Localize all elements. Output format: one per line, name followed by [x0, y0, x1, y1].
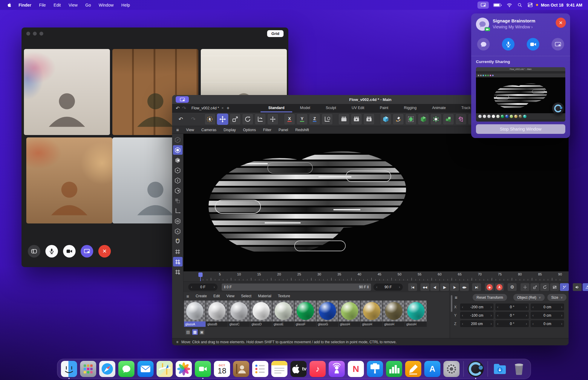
mic-button[interactable] — [502, 38, 514, 50]
document-tab[interactable]: Flow_v002.c4d * × — [192, 106, 224, 110]
screen-sharing-status-icon[interactable] — [477, 1, 489, 9]
workplane-icon[interactable] — [173, 247, 183, 256]
z-axis-lock-button[interactable]: Z — [309, 114, 320, 125]
grid-layout-button[interactable]: Grid — [267, 30, 284, 37]
dock-notes-icon[interactable] — [271, 361, 287, 377]
mograph-button[interactable] — [455, 114, 467, 125]
dock-downloads-icon[interactable] — [492, 361, 508, 377]
next-frame-button[interactable]: |▶ — [450, 283, 459, 291]
tab-standard[interactable]: Standard — [261, 104, 292, 112]
sound-button[interactable] — [573, 283, 582, 291]
dock-news-icon[interactable]: N — [348, 361, 364, 377]
new-tab-button[interactable]: + — [227, 105, 229, 111]
keyframe-selection-button[interactable] — [560, 283, 569, 291]
enable-axis-icon[interactable] — [173, 206, 183, 216]
primitive-cube-button[interactable] — [380, 114, 391, 125]
tab-animate[interactable]: Animate — [424, 104, 454, 112]
dock-appstore-icon[interactable]: A — [424, 361, 440, 377]
messages-button[interactable] — [477, 38, 490, 50]
keyframe-settings-button[interactable]: ⚙ — [508, 283, 517, 291]
menu-help[interactable]: Help — [117, 3, 134, 7]
participant-video-4[interactable] — [26, 137, 112, 223]
share-screen-button[interactable] — [552, 38, 564, 50]
tab-rigging[interactable]: Rigging — [396, 104, 424, 112]
planar-workplane-icon[interactable]: A — [173, 267, 183, 277]
status-menu-icon[interactable]: ≡ — [176, 340, 178, 344]
timeline-playhead[interactable] — [198, 272, 203, 277]
timeline-range-slider[interactable]: ‖ 0 F90 F ‖ — [222, 284, 371, 291]
material-item[interactable]: glassE — [272, 301, 294, 327]
wifi-icon[interactable] — [504, 2, 515, 8]
live-selection-tool[interactable] — [204, 114, 216, 125]
battery-icon[interactable] — [491, 3, 504, 7]
end-call-button[interactable]: ✕ — [98, 245, 111, 258]
undo-icon[interactable]: ↶ — [176, 105, 180, 111]
z-size-field[interactable]: ‹0 cm› — [531, 320, 564, 327]
redo-button[interactable]: ↷ — [188, 114, 199, 125]
y-size-field[interactable]: ‹0 cm› — [531, 312, 564, 319]
currently-sharing-thumbnail[interactable]: Flow_v002.c4d * - Main — [476, 67, 565, 122]
end-frame-field[interactable]: ‹90 F› — [373, 284, 403, 291]
subdivision-surface-button[interactable] — [405, 114, 416, 125]
dock-music-icon[interactable]: ♪ — [310, 361, 326, 377]
dock-contacts-icon[interactable] — [233, 361, 249, 377]
viewport-menu-filter[interactable]: Filter — [263, 128, 271, 132]
tab-close-icon[interactable]: × — [221, 106, 223, 110]
window-traffic-lights[interactable] — [26, 32, 43, 36]
dock-safari-icon[interactable] — [99, 361, 115, 377]
key-rotation-button[interactable] — [540, 283, 549, 291]
autokey-button[interactable]: A — [495, 283, 504, 291]
mute-mic-button[interactable] — [45, 245, 58, 258]
dock-maps-icon[interactable] — [157, 361, 173, 377]
dock-photos-icon[interactable] — [176, 361, 192, 377]
play-button[interactable]: ▶ — [440, 283, 449, 291]
share-screen-button[interactable] — [81, 245, 93, 258]
dock-tv-icon[interactable]: tv — [290, 361, 307, 377]
viewport-menu-view[interactable]: View — [186, 128, 194, 132]
z-position-field[interactable]: ‹200 cm› — [460, 320, 494, 327]
participant-video-1[interactable] — [24, 49, 110, 135]
material-item[interactable]: glassH — [405, 301, 427, 327]
reset-transform-button[interactable]: Reset Transform — [473, 294, 507, 301]
previous-frame-button[interactable]: ◀| — [430, 283, 439, 291]
last-tool-coordinates[interactable] — [255, 114, 266, 125]
tweak-mode-icon[interactable] — [173, 135, 183, 145]
x-axis-lock-button[interactable]: X — [284, 114, 295, 125]
polygons-mode-icon[interactable] — [173, 186, 183, 195]
generator-gear-button[interactable] — [430, 114, 442, 125]
tab-sculpt[interactable]: Sculpt — [318, 104, 344, 112]
material-menu-create[interactable]: Create — [196, 294, 207, 298]
y-rotation-field[interactable]: ‹0 °› — [495, 312, 529, 319]
key-position-button[interactable] — [520, 283, 529, 291]
key-scale-button[interactable] — [530, 283, 539, 291]
spotlight-search-icon[interactable] — [515, 3, 525, 7]
coordinates-menu-icon[interactable]: ≡ — [455, 295, 457, 300]
material-item[interactable]: glassG — [317, 301, 338, 327]
list-view-icon[interactable]: ▤ — [185, 329, 191, 335]
material-item[interactable]: glassH — [383, 301, 405, 327]
sound-mode-button[interactable]: A — [583, 283, 588, 291]
3d-viewport[interactable] — [183, 134, 569, 271]
grid-view-icon[interactable]: ▦ — [192, 329, 198, 335]
annotation-icon[interactable]: A — [173, 226, 183, 236]
viewport-menu-options[interactable]: Options — [243, 128, 256, 132]
panel-scrollbar[interactable] — [451, 295, 452, 312]
redo-icon[interactable]: ↷ — [182, 105, 186, 111]
tab-paint[interactable]: Paint — [372, 104, 396, 112]
spline-pen-button[interactable] — [393, 114, 404, 125]
dock-finder-icon[interactable] — [61, 361, 77, 377]
camera-toggle-button[interactable] — [63, 245, 76, 258]
sidebar-toggle-button[interactable] — [28, 245, 40, 258]
single-view-icon[interactable]: ▣ — [199, 329, 205, 335]
dock-reminders-icon[interactable] — [252, 361, 268, 377]
material-menu-texture[interactable]: Texture — [278, 294, 290, 298]
points-mode-icon[interactable] — [173, 166, 183, 175]
uv-mode-icon[interactable] — [173, 196, 183, 206]
menu-finder[interactable]: Finder — [15, 3, 35, 7]
goto-start-button[interactable]: |◀ — [408, 283, 417, 291]
menu-bar-date[interactable]: Mon Oct 18 — [539, 3, 565, 7]
menu-bar-time[interactable]: 9:41 AM — [565, 3, 584, 7]
timeline-ruler[interactable]: 05 1015 2025 3035 4045 5055 6065 7075 80… — [183, 271, 569, 281]
key-parameters-button[interactable] — [550, 283, 559, 291]
dock-pages-icon[interactable] — [405, 361, 421, 377]
